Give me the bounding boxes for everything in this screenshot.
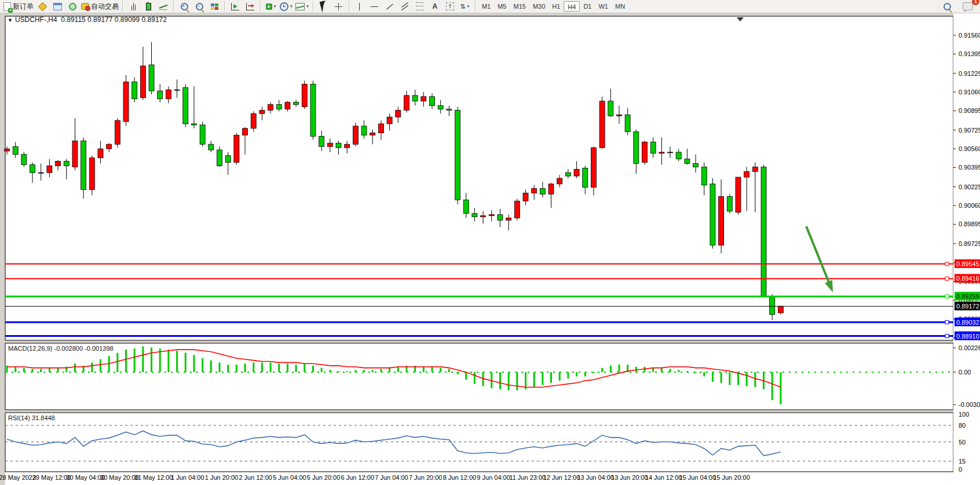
time-tick-label: 1 Jun 20:00 (205, 474, 239, 481)
price-tick-label: 0.91060 (959, 89, 980, 95)
toolbar-separator (224, 1, 225, 12)
macd-bar (74, 363, 76, 372)
macd-bar (270, 362, 272, 372)
macd-bar (652, 368, 654, 372)
cursor-tool-button[interactable] (316, 1, 331, 12)
timeframe-w1-button[interactable]: W1 (595, 1, 612, 12)
candle-body (761, 167, 766, 296)
line-chart-button[interactable] (156, 1, 171, 12)
chart-canvas[interactable]: 0.915600.913950.912250.910600.908950.907… (0, 13, 980, 485)
candle-body (361, 126, 367, 135)
candle-body (217, 150, 222, 166)
timeframe-m1-button[interactable]: M1 (478, 1, 494, 12)
timeframe-h1-button[interactable]: H1 (548, 1, 564, 12)
notifications-button[interactable]: 1 (960, 1, 975, 12)
clock-icon (280, 2, 288, 11)
level-anchor-marker[interactable] (945, 277, 949, 280)
time-tick-label: 15 Jun 04:00 (679, 474, 716, 481)
macd-bar (151, 347, 152, 372)
chart-shift-button[interactable] (243, 1, 258, 12)
level-anchor-marker[interactable] (945, 295, 949, 298)
data-window-button[interactable] (50, 1, 65, 12)
new-order-button[interactable]: + 新订单 (2, 1, 35, 12)
fibonacci-tool-button[interactable] (412, 1, 427, 12)
macd-bar (729, 372, 730, 385)
strategy-signal-button[interactable] (65, 1, 80, 12)
macd-bar (389, 368, 390, 372)
time-tick-label: 1 Jun 04:00 (171, 474, 204, 481)
tile-windows-button[interactable] (207, 1, 222, 12)
candle-body (38, 172, 43, 173)
vertical-line-tool-button[interactable] (352, 1, 367, 12)
timeframe-m30-button[interactable]: M30 (529, 1, 548, 12)
level-anchor-marker[interactable] (945, 262, 949, 266)
trendline-tool-button[interactable] (382, 1, 397, 12)
candle-body (276, 105, 281, 109)
text-tool-button[interactable]: A (427, 1, 443, 12)
horizontal-line-icon (371, 6, 378, 7)
candle-body (353, 126, 358, 144)
candle-body (13, 146, 18, 155)
candle-body (98, 149, 103, 158)
arrows-tool-button[interactable]: ⇅▼ (458, 1, 473, 12)
chart-shift-icon (246, 3, 254, 10)
candle-body (668, 152, 673, 153)
new-order-label: 新订单 (13, 2, 34, 12)
macd-bar (210, 361, 212, 372)
toolbar-separator (122, 1, 123, 12)
autotrading-button[interactable]: 自动交易 (80, 1, 120, 12)
timeframe-m5-button[interactable]: M5 (494, 1, 510, 12)
timeframe-h4-button[interactable]: H4 (564, 1, 580, 12)
level-anchor-marker[interactable] (945, 335, 949, 338)
level-anchor-marker[interactable] (945, 321, 949, 324)
one-click-expander-icon[interactable]: ▼ (8, 17, 13, 23)
macd-pane[interactable] (5, 343, 953, 410)
time-tick-label: 13 Jun 20:00 (611, 474, 648, 481)
candle-body (259, 110, 265, 113)
bar-chart-button[interactable] (126, 1, 141, 12)
time-tick-label: 15 Jun 20:00 (713, 474, 750, 481)
horizontal-line-tool-button[interactable] (367, 1, 382, 12)
rsi-tick-label: 0 (959, 466, 962, 473)
time-tick-label: 7 Jun 20:00 (409, 474, 443, 481)
macd-bar (14, 367, 16, 372)
candle-body (294, 102, 299, 105)
time-tick-label: 7 Jun 04:00 (375, 474, 408, 481)
indicators-button[interactable]: +▼ (264, 1, 279, 12)
candle-body (599, 101, 605, 148)
zoom-in-button[interactable]: + (177, 1, 192, 12)
macd-bar (202, 358, 203, 372)
search-button[interactable] (939, 1, 955, 12)
timeframe-m15-button[interactable]: M15 (510, 1, 529, 12)
market-watch-button[interactable] (35, 1, 50, 12)
candlestick-chart-button[interactable] (141, 1, 156, 12)
main-pane[interactable] (5, 16, 953, 340)
periods-button[interactable]: ▼ (279, 1, 294, 12)
candle-body (132, 82, 137, 98)
crosshair-tool-button[interactable] (331, 1, 346, 12)
candle-body (438, 106, 443, 109)
macd-bar (559, 372, 561, 381)
macd-bar (380, 369, 382, 372)
macd-bar (32, 369, 34, 372)
autotrading-label: 自动交易 (91, 2, 119, 12)
macd-bar (57, 368, 59, 372)
macd-bar (567, 372, 569, 379)
channel-tool-button[interactable] (397, 1, 412, 12)
time-tick-label: 5 Jun 04:00 (273, 474, 306, 481)
time-tick-label: 9 Jun 04:00 (477, 474, 510, 481)
quote-line[interactable]: ▼USDCHF-,H4 0.89115 0.89177 0.89099 0.89… (8, 16, 167, 24)
templates-button[interactable]: ▼ (294, 1, 310, 12)
zoom-out-button[interactable]: − (192, 1, 207, 12)
timeframe-mn-button[interactable]: MN (612, 1, 628, 12)
macd-bar (593, 372, 594, 373)
auto-scroll-button[interactable] (228, 1, 243, 12)
timeframe-d1-button[interactable]: D1 (580, 1, 595, 12)
price-level-label: 0.89172 (956, 303, 979, 310)
line-chart-icon (159, 3, 167, 10)
macd-bar (100, 359, 101, 372)
notification-badge: 1 (972, 0, 979, 5)
macd-bar (686, 371, 688, 372)
candle-body (191, 124, 196, 125)
label-tool-button[interactable]: T (443, 1, 458, 12)
